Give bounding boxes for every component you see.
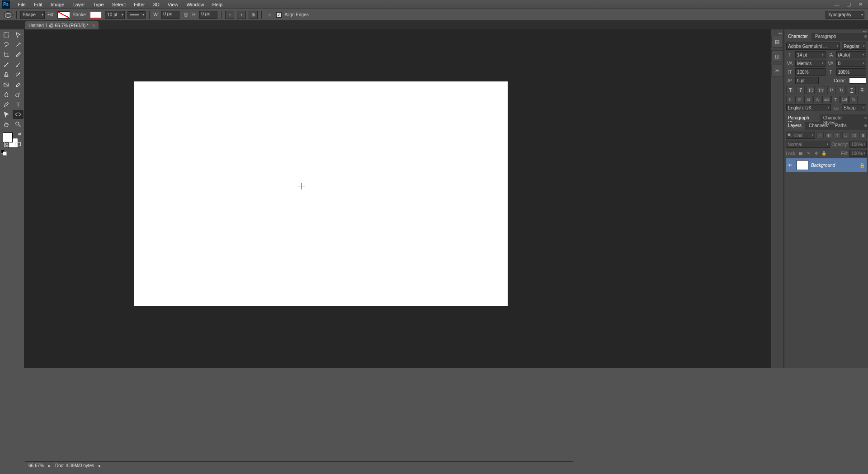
paragraph-panel-tab[interactable]: Paragraph xyxy=(811,33,840,41)
stroke-style-select[interactable] xyxy=(127,11,146,19)
shape-options-gear-icon[interactable]: ☼ xyxy=(265,11,274,19)
character-styles-tab[interactable]: Character Styles xyxy=(820,114,854,122)
titling-button[interactable]: T xyxy=(831,96,840,103)
fill-swatch[interactable] xyxy=(57,11,70,19)
layer-filter-select[interactable]: 🔍Kind xyxy=(786,132,815,139)
lock-position-icon[interactable]: ✥ xyxy=(813,150,820,156)
menu-view[interactable]: View xyxy=(164,1,183,8)
character-panel-tab[interactable]: Character xyxy=(784,33,811,41)
paragraph-styles-tab[interactable]: Paragraph Styles xyxy=(784,114,820,122)
blur-tool[interactable] xyxy=(1,90,12,99)
layer-name[interactable]: Background xyxy=(811,163,857,168)
marquee-tool[interactable] xyxy=(1,30,12,39)
type-tool[interactable] xyxy=(13,100,24,109)
hand-tool[interactable] xyxy=(1,120,12,129)
stroke-swatch[interactable] xyxy=(90,11,102,19)
fractions-button[interactable]: ½ xyxy=(849,96,858,103)
allcaps-button[interactable]: TT xyxy=(807,86,815,94)
vscale-input[interactable]: 100% xyxy=(795,68,826,76)
doc-info-arrow-icon[interactable]: ▸ xyxy=(99,463,101,468)
ordinals-button[interactable]: 1st xyxy=(840,96,849,103)
contextual-button[interactable]: © xyxy=(795,96,803,103)
hscale-input[interactable]: 100% xyxy=(836,68,867,76)
leading-input[interactable]: (Auto) xyxy=(836,51,867,58)
magic-wand-tool[interactable] xyxy=(13,40,24,49)
path-options-button[interactable]: ⊕ xyxy=(249,11,258,19)
layers-tab[interactable]: Layers xyxy=(784,122,805,130)
menu-layer[interactable]: Layer xyxy=(68,1,89,8)
collapsed-panel-adjustments-icon[interactable]: ✂ xyxy=(771,65,783,76)
channels-tab[interactable]: Channels xyxy=(805,122,831,130)
pen-tool[interactable] xyxy=(1,100,12,109)
filter-shape-icon[interactable]: ▭ xyxy=(842,132,849,138)
filter-adjust-icon[interactable]: ◐ xyxy=(825,132,832,138)
eraser-tool[interactable] xyxy=(13,80,24,89)
menu-help[interactable]: Help xyxy=(208,1,227,8)
lock-all-icon[interactable]: 🔒 xyxy=(821,150,827,156)
underline-button[interactable]: T xyxy=(848,86,856,94)
filter-type-icon[interactable]: T xyxy=(834,132,841,138)
font-family-select[interactable]: Adobe Gurmukhi ... xyxy=(786,43,840,50)
opacity-input[interactable]: 100% xyxy=(849,141,867,148)
healing-tool[interactable] xyxy=(13,60,24,69)
menu-type[interactable]: Type xyxy=(89,1,108,8)
path-arrange-button[interactable]: ▪ xyxy=(237,11,246,19)
window-minimize[interactable]: — xyxy=(831,0,843,9)
discretionary-button[interactable]: st xyxy=(804,96,812,103)
collapsed-panel-glyphs-icon[interactable]: ▤ xyxy=(771,36,783,47)
align-edges-checkbox[interactable]: ✓ xyxy=(276,12,282,18)
bold-button[interactable]: T xyxy=(786,86,794,94)
layer-fill-input[interactable]: 100% xyxy=(849,150,867,157)
filter-smart-icon[interactable]: ◫ xyxy=(851,132,858,138)
workspace-select[interactable]: Typography xyxy=(826,11,864,19)
layers-panel-menu-icon[interactable]: ≡ xyxy=(861,122,868,130)
blend-mode-select[interactable]: Normal xyxy=(786,141,830,148)
font-size-input[interactable]: 14 pt xyxy=(795,51,826,58)
lock-pixels-icon[interactable]: ✎ xyxy=(806,150,812,156)
path-align-button[interactable]: ▫ xyxy=(225,11,234,19)
shape-tool[interactable] xyxy=(13,110,24,119)
kerning-select[interactable]: Metrics xyxy=(795,60,826,67)
window-maximize[interactable]: ▢ xyxy=(843,0,854,9)
paths-tab[interactable]: Paths xyxy=(831,122,850,130)
strikethrough-button[interactable]: T xyxy=(858,86,866,94)
zoom-tool[interactable] xyxy=(13,120,24,129)
document-tab[interactable]: Untitled-1 @ 66.7% (RGB/8) * × xyxy=(25,21,99,29)
current-tool-icon[interactable] xyxy=(4,11,13,19)
menu-3d[interactable]: 3D xyxy=(149,1,164,8)
styles-panel-menu-icon[interactable]: ≡ xyxy=(861,114,868,122)
close-tab-icon[interactable]: × xyxy=(92,23,95,28)
menu-edit[interactable]: Edit xyxy=(30,1,47,8)
lock-transparency-icon[interactable]: ▩ xyxy=(798,150,804,156)
menu-window[interactable]: Window xyxy=(182,1,208,8)
filter-toggle[interactable]: ▮ xyxy=(859,132,867,138)
smallcaps-button[interactable]: Tᴛ xyxy=(817,86,825,94)
baseline-input[interactable]: 0 pt xyxy=(795,77,819,84)
layer-visibility-icon[interactable]: 👁 xyxy=(788,163,794,168)
lasso-tool[interactable] xyxy=(1,40,12,49)
layer-lock-icon[interactable]: 🔒 xyxy=(859,163,865,168)
stroke-width-input[interactable]: 10 pt xyxy=(105,11,125,19)
antialias-select[interactable]: Sharp xyxy=(842,104,866,111)
link-wh-icon[interactable]: ⛓ xyxy=(182,11,189,19)
width-input[interactable]: 0 px xyxy=(161,11,179,19)
collapsed-panel-swatches-icon[interactable]: ◫ xyxy=(771,50,783,62)
crop-tool[interactable] xyxy=(1,50,12,59)
menu-filter[interactable]: Filter xyxy=(130,1,149,8)
language-select[interactable]: English: UK xyxy=(786,104,831,111)
brush-tool[interactable] xyxy=(1,60,12,69)
eyedropper-tool[interactable] xyxy=(13,50,24,59)
menu-file[interactable]: File xyxy=(14,1,30,8)
stylistic-button[interactable]: ad xyxy=(822,96,830,103)
menu-image[interactable]: Image xyxy=(47,1,69,8)
path-select-tool[interactable] xyxy=(1,110,12,119)
zoom-level[interactable]: 66.67% xyxy=(28,463,44,468)
height-input[interactable]: 0 px xyxy=(199,11,217,19)
tool-mode-select[interactable]: Shape xyxy=(20,11,45,19)
swash-button[interactable]: A xyxy=(813,96,821,103)
tracking-input[interactable]: 0 xyxy=(836,60,867,67)
screenmode-toggle[interactable] xyxy=(13,140,24,149)
stamp-tool[interactable] xyxy=(1,70,12,79)
doc-info[interactable]: Doc: 4.39M/0 bytes xyxy=(55,463,94,468)
canvas-area[interactable] xyxy=(24,29,770,368)
